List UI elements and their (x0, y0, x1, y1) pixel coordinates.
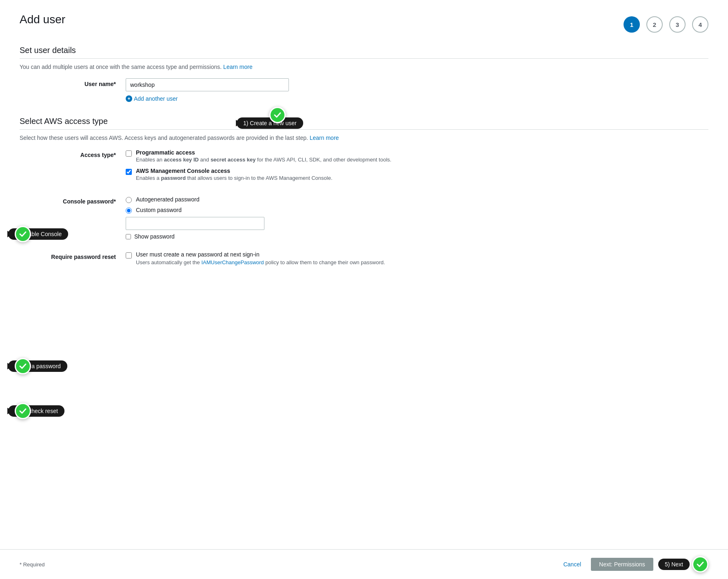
annotation-5-check (692, 556, 708, 572)
access-type-label: Access type* (20, 149, 126, 158)
learn-more-link-1[interactable]: Learn more (223, 64, 253, 70)
programmatic-checkbox[interactable] (126, 150, 132, 157)
autogenerated-radio[interactable] (126, 197, 132, 203)
password-input[interactable] (126, 217, 264, 230)
programmatic-title: Programmatic access (136, 149, 391, 156)
console-password-content: Autogenerated password Custom password S… (126, 196, 708, 240)
annotation-2: 2) Enable Console (8, 226, 31, 242)
console-title: AWS Management Console access (136, 168, 333, 174)
step-2[interactable]: 2 (646, 16, 663, 33)
require-reset-desc2: Users automatically get the IAMUserChang… (136, 259, 385, 265)
access-type-content: Programmatic access Enables an access ke… (126, 149, 708, 186)
annotation-4-check (15, 403, 31, 419)
select-access-section: Select AWS access type Select how these … (20, 117, 708, 270)
step-3[interactable]: 3 (669, 16, 686, 33)
annotation-3: 3) Set a password (8, 358, 31, 374)
annotation-1-check (269, 107, 286, 123)
annotation-5-tooltip: 5) Next (658, 559, 690, 570)
require-reset-checkbox-row: User must create a new password at next … (126, 251, 708, 265)
username-row: User name* + Add another user (20, 78, 708, 102)
password-input-wrapper: Show password (126, 217, 708, 240)
step-4[interactable]: 4 (692, 16, 708, 33)
console-password-row: Console password* Autogenerated password… (20, 196, 708, 240)
page-header: Add user 1 2 3 4 (20, 13, 708, 33)
programmatic-desc: Enables an access key ID and secret acce… (136, 157, 391, 163)
console-password-label: Console password* (20, 196, 126, 205)
annotation-2-check (15, 226, 31, 242)
require-reset-option: User must create a new password at next … (136, 251, 385, 265)
require-reset-desc1: User must create a new password at next … (136, 251, 385, 258)
username-label: User name* (20, 78, 126, 87)
require-reset-checkbox[interactable] (126, 252, 132, 259)
step-1[interactable]: 1 (624, 16, 640, 33)
require-reset-desc3: policy to allow them to change their own… (265, 259, 385, 265)
custom-password-label: Custom password (136, 207, 182, 213)
annotation-5-wrapper: 5) Next (658, 556, 708, 572)
annotation-4: 4) Uncheck reset (8, 403, 31, 419)
cancel-button[interactable]: Cancel (558, 559, 586, 570)
footer-buttons: Cancel Next: Permissions 5) Next (558, 556, 708, 572)
annotation-1: 1) Create a new user (237, 115, 260, 131)
programmatic-option: Programmatic access Enables an access ke… (136, 149, 391, 163)
learn-more-link-2[interactable]: Learn more (310, 135, 339, 141)
set-user-details-section: Set user details You can add multiple us… (20, 46, 708, 102)
annotation-1-tooltip: 1) Create a new user (237, 117, 303, 129)
autogenerated-radio-row: Autogenerated password (126, 196, 708, 203)
programmatic-access-row: Programmatic access Enables an access ke… (126, 149, 708, 163)
show-password-row: Show password (126, 233, 708, 240)
custom-password-radio-row: Custom password (126, 206, 708, 214)
require-reset-content: User must create a new password at next … (126, 251, 708, 270)
console-access-row: AWS Management Console access Enables a … (126, 168, 708, 181)
console-checkbox[interactable] (126, 169, 132, 175)
username-content: + Add another user (126, 78, 708, 102)
add-another-user-link[interactable]: + Add another user (126, 95, 708, 102)
autogenerated-label: Autogenerated password (136, 196, 200, 203)
page-title: Add user (20, 13, 65, 26)
custom-password-radio[interactable] (126, 208, 132, 214)
set-user-details-title: Set user details (20, 46, 708, 55)
console-option: AWS Management Console access Enables a … (136, 168, 333, 181)
username-input[interactable] (126, 78, 289, 91)
require-reset-row: Require password reset User must create … (20, 251, 708, 270)
page-footer: * Required Cancel Next: Permissions 5) N… (0, 549, 728, 579)
select-access-title: Select AWS access type (20, 117, 708, 126)
step-indicators: 1 2 3 4 (624, 16, 708, 33)
iam-policy-link[interactable]: IAMUserChangePassword (201, 259, 264, 265)
show-password-checkbox[interactable] (126, 234, 131, 239)
add-icon: + (126, 95, 132, 102)
require-reset-label: Require password reset (20, 251, 126, 260)
next-permissions-button[interactable]: Next: Permissions (591, 558, 653, 571)
console-desc: Enables a password that allows users to … (136, 175, 333, 181)
select-access-desc: Select how these users will access AWS. … (20, 135, 708, 141)
show-password-label: Show password (134, 233, 175, 240)
annotation-3-check (15, 358, 31, 374)
access-type-row: Access type* Programmatic access Enables… (20, 149, 708, 186)
required-note: * Required (20, 561, 44, 568)
set-user-details-desc: You can add multiple users at once with … (20, 64, 708, 70)
